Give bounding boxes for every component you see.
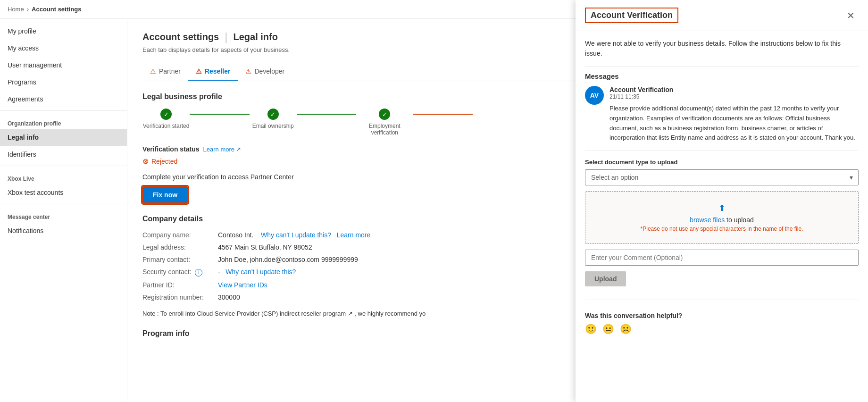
field-label-legal-address: Legal address: [142,241,218,253]
sidebar-item-legal-info[interactable]: Legal info [0,129,127,146]
sidebar-item-user-management[interactable]: User management [0,57,127,74]
page-title-account: Account settings [142,32,219,42]
panel-divider-1 [585,66,859,67]
learn-more-text: Learn more [203,146,234,153]
message-card: AV Account Verification 21/11 11:35 Plea… [585,86,859,143]
message-avatar: AV [585,86,604,105]
step-1-circle: ✓ [160,109,172,120]
upload-cloud-icon: ⬆ [597,203,847,213]
helpful-neutral-icon[interactable]: 😐 [602,323,614,335]
panel-body: We were not able to verify your business… [576,31,868,401]
sidebar-section-xbox-live: Xbox Live [0,169,127,184]
progress-line-2 [297,114,357,115]
upload-area[interactable]: ⬆ browse files to upload *Please do not … [585,191,859,244]
external-link-icon: ↗ [236,146,241,153]
rejected-label: Rejected [151,158,177,165]
helpful-sad-icon[interactable]: ☹️ [620,323,632,335]
tab-developer-warning-icon: ⚠ [245,67,251,75]
learn-more-link[interactable]: Learn more ↗ [203,146,241,153]
field-label-company-name: Company name: [142,229,218,241]
panel-title: Account Verification [585,8,678,23]
progress-line-3 [413,114,473,115]
helpful-section: Was this conversation helpful? 🙂 😐 ☹️ [585,306,859,335]
sidebar-item-my-access[interactable]: My access [0,40,127,57]
message-body: Please provide additional document(s) da… [609,104,859,143]
message-time: 21/11 11:35 [609,93,859,100]
upload-button[interactable]: Upload [585,271,626,286]
tab-partner-label: Partner [159,67,181,75]
sidebar: My profile My access User management Pro… [0,19,127,401]
panel-messages-title: Messages [585,72,859,80]
sidebar-item-notifications[interactable]: Notifications [0,222,127,239]
account-verification-panel: Account Verification ✕ We were not able … [576,0,868,401]
doc-type-select-wrapper: Select an option Business registration f… [585,169,859,185]
helpful-smiley-icon[interactable]: 🙂 [585,323,597,335]
sidebar-item-my-profile[interactable]: My profile [0,23,127,40]
helpful-title: Was this conversation helpful? [585,312,859,319]
page-title-separator: | [225,30,227,43]
verification-status-label: Verification status [142,145,200,153]
panel-header: Account Verification ✕ [576,0,868,31]
helpful-icons: 🙂 😐 ☹️ [585,323,859,335]
tab-reseller-label: Reseller [205,67,230,75]
breadcrumb-current: Account settings [32,6,81,13]
sidebar-divider-3 [0,204,127,204]
step-3-label: Employment verification [356,123,413,136]
step-3-circle: ✓ [379,109,390,120]
view-partner-ids-link[interactable]: View Partner IDs [218,281,267,289]
sidebar-item-programs[interactable]: Programs [0,74,127,91]
message-content: Account Verification 21/11 11:35 Please … [609,86,859,143]
upload-warning: *Please do not use any special character… [597,226,847,232]
panel-divider-2 [585,151,859,151]
security-contact-info-icon[interactable]: i [195,269,202,276]
step-2-label: Email ownership [250,123,297,129]
field-label-reg-number: Registration number: [142,291,218,303]
page-title-section: Legal info [233,32,277,42]
why-cant-update-link-1[interactable]: Why can't I update this? [261,231,331,239]
tab-partner[interactable]: ⚠ Partner [142,63,188,81]
panel-divider-3 [585,300,859,300]
sidebar-item-agreements[interactable]: Agreements [0,91,127,108]
field-label-partner-id: Partner ID: [142,279,218,291]
field-label-security-contact: Security contact: i [142,266,218,279]
upload-text: browse files to upload [597,216,847,224]
breadcrumb-home[interactable]: Home [8,6,24,13]
tab-developer-label: Developer [254,67,284,75]
tab-developer[interactable]: ⚠ Developer [238,63,292,81]
doc-type-select[interactable]: Select an option Business registration f… [585,169,859,185]
upload-text-after: to upload [726,216,754,224]
learn-more-link-2[interactable]: Learn more [337,231,371,239]
sidebar-section-org-profile: Organization profile [0,114,127,129]
comment-input[interactable] [585,250,859,266]
sidebar-item-identifiers[interactable]: Identifiers [0,146,127,163]
panel-close-button[interactable]: ✕ [843,8,859,23]
sidebar-divider-1 [0,110,127,111]
step-1-label: Verification started [142,123,190,129]
tab-reseller-warning-icon: ⚠ [196,67,202,75]
sidebar-item-xbox-test-accounts[interactable]: Xbox test accounts [0,184,127,201]
field-label-primary-contact: Primary contact: [142,253,218,266]
rejected-circle-icon: ⊗ [142,157,149,166]
tab-reseller[interactable]: ⚠ Reseller [188,63,238,81]
progress-line-1 [190,114,250,115]
tab-partner-warning-icon: ⚠ [150,67,156,75]
message-sender: Account Verification [609,86,859,93]
why-cant-update-link-2[interactable]: Why can't I update this? [225,268,296,276]
panel-intro: We were not able to verify your business… [585,39,859,59]
sidebar-section-message-center: Message center [0,207,127,222]
doc-type-label: Select document type to upload [585,159,859,166]
breadcrumb-separator: › [27,6,29,13]
browse-files-link[interactable]: browse files [690,216,725,224]
sidebar-divider-2 [0,166,127,166]
step-2-circle: ✓ [267,109,279,120]
fix-now-button[interactable]: Fix now [142,186,188,203]
